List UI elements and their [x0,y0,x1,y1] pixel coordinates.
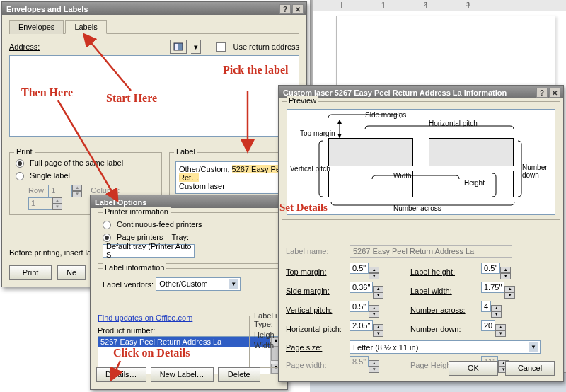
preview-legend: Preview [287,96,318,105]
side-margin-label: Side margin: [286,287,350,295]
top-margin-label: Top margin: [286,267,350,276]
new-label-button[interactable]: New Label… [151,367,214,382]
label-line1a: Other/Custom, [179,165,232,173]
radio-continuous-label: Continuous-feed printers [117,220,202,229]
number-down-label: Number down: [410,325,481,333]
label-name-label: Label name: [286,247,350,255]
side-legend: Label i [253,311,278,321]
use-return-label: Use return address [233,42,299,51]
use-return-checkbox[interactable] [216,42,226,52]
page-size-select[interactable]: Letter (8 ½ x 11 in) ▼ [350,340,541,354]
address-book-dropdown[interactable]: ▾ [191,40,201,54]
delete-button[interactable]: Delete [218,367,260,382]
horizontal-pitch-input[interactable]: 2.05" [350,320,373,331]
help-icon[interactable]: ? [536,88,548,98]
address-book-button[interactable] [170,40,187,54]
column-label: Column: [91,186,120,195]
vendors-label: Label vendors: [103,279,154,288]
side-margin-input[interactable]: 0.36" [350,282,373,293]
vertical-pitch-input[interactable]: 0.5" [350,301,369,312]
number-down-input[interactable]: 20 [481,320,495,331]
vertical-pitch-spinner[interactable]: ▲▼ [369,305,379,318]
label-height-input[interactable]: 0.5" [481,263,500,274]
number-down-spinner[interactable]: ▲▼ [495,324,506,337]
vendors-select[interactable]: Other/Custom ▼ [156,277,241,291]
close-icon[interactable]: ✕ [292,4,304,14]
radio-full-page-label: Full page of the same label [30,158,123,167]
printer-info-group: Printer information Continuous-feed prin… [98,212,282,264]
label-name-value: 5267 Easy Peel Return Address La [350,245,512,258]
print-legend: Print [14,147,35,156]
horizontal-pitch-spinner[interactable]: ▲▼ [373,324,383,337]
tray-select[interactable]: Default tray (Printer Auto S [103,244,195,258]
ruler-num: 3 [466,1,470,8]
radio-page-printers-label: Page printers [117,233,163,241]
page-size-label: Page size: [286,343,350,352]
label-info-legend: Label information [103,263,166,272]
row-spinner: ▲▼ [72,185,82,197]
number-across-input[interactable]: 4 [481,301,491,312]
label-options-dialog: Label Options Printer information Contin… [90,195,288,390]
number-across-spinner[interactable]: ▲▼ [491,305,502,318]
ruler-num: 1 [381,1,385,8]
tab-labels[interactable]: Labels [65,20,106,34]
preview-group: Preview Side margins Top margin Horizont… [282,101,560,220]
page-width-label: Page width: [286,361,350,369]
dialog-titlebar[interactable]: Label Options [91,195,287,208]
page-width-spinner: ▲▼ [369,360,379,373]
radio-continuous[interactable] [103,221,111,229]
dialog-title: Label Options [95,198,146,207]
label-legend: Label [174,147,197,156]
row-input: 1 [48,185,72,197]
number-across-label: Number across: [410,306,481,314]
dialog-titlebar[interactable]: Custom laser 5267 Easy Peel Return Addre… [279,86,563,98]
page-width-input: 8.5" [350,356,369,367]
radio-single-label[interactable] [16,172,24,180]
page-size-value: Letter (8 ½ x 11 in) [353,343,418,352]
horizontal-pitch-label: Horizontal pitch: [286,325,350,333]
tab-envelopes[interactable]: Envelopes [9,20,64,34]
before-print-text: Before printing, insert lab [9,248,96,257]
label-width-label: Label width: [410,287,481,295]
radio-full-page[interactable] [16,159,24,168]
svg-marker-4 [337,120,342,124]
label-width-spinner[interactable]: ▲▼ [504,286,515,299]
label-details-dialog: Custom laser 5267 Easy Peel Return Addre… [278,85,564,382]
close-icon[interactable]: ✕ [549,88,560,98]
label-line2: Custom laser [179,182,291,190]
vertical-pitch-label: Vertical pitch: [286,306,350,314]
column-input: 1 [28,197,52,210]
label-picker[interactable]: Other/Custom, 5267 Easy Peel Ret… Custom… [175,161,294,194]
radio-page-printers[interactable] [103,234,111,242]
address-label: Address: [9,42,40,51]
ok-button[interactable]: OK [449,361,498,376]
dialog-title: Envelopes and Labels [6,5,88,13]
label-width-input[interactable]: 1.75" [481,282,504,293]
preview-diagram: Side margins Top margin Horizontal pitch… [287,109,555,215]
chevron-down-icon: ▼ [529,342,538,352]
label-height-label: Label height: [410,267,481,276]
ruler-num: 2 [424,1,427,8]
details-button[interactable]: Details… [96,367,146,382]
help-icon[interactable]: ? [279,4,291,14]
dialog-titlebar[interactable]: Envelopes and Labels ? ✕ [2,2,306,15]
print-button[interactable]: Print [9,265,52,280]
tray-label: Tray: [172,233,190,241]
chevron-down-icon: ▼ [229,279,238,289]
tray-value: Default tray (Printer Auto S [106,242,192,259]
label-height-spinner[interactable]: ▲▼ [500,267,511,279]
svg-rect-1 [175,44,178,50]
printer-info-legend: Printer information [103,207,171,216]
radio-single-label-text: Single label [30,171,70,180]
svg-marker-3 [337,134,342,138]
address-textarea[interactable] [9,55,299,137]
row-label: Row: [28,186,46,195]
label-info-group: Label information Label vendors: Other/C… [98,268,282,309]
top-margin-spinner[interactable]: ▲▼ [369,267,379,279]
new-document-button[interactable]: Ne [57,265,86,280]
vendors-value: Other/Custom [159,279,207,288]
side-margin-spinner[interactable]: ▲▼ [373,286,383,299]
top-margin-input[interactable]: 0.5" [350,263,369,274]
cancel-button[interactable]: Cancel [505,361,555,376]
ruler: 1 2 3 [313,0,566,11]
